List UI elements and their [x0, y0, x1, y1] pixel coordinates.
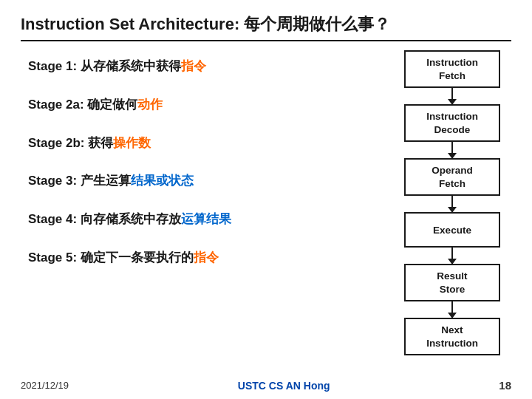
title-en: Instruction Set Architecture:: [21, 15, 244, 33]
stage-1-highlight: 指令: [181, 59, 206, 73]
footer-center: USTC CS AN Hong: [238, 380, 330, 392]
title-zh: 每个周期做什么事？: [244, 15, 390, 33]
stage-4-prefix: Stage 4:: [28, 212, 81, 226]
flow-diagram: InstructionFetch InstructionDecode Opera…: [393, 50, 511, 355]
flow-box-operand-fetch: OperandFetch: [404, 158, 500, 196]
stage-3-zh: 产生运算: [81, 174, 131, 188]
arrow-2: [451, 142, 453, 158]
flow-box-execute: Execute: [404, 212, 500, 248]
stage-2b-zh: 获得: [88, 136, 113, 150]
stage-3-prefix: Stage 3:: [28, 174, 81, 188]
stage-2b-highlight: 操作数: [113, 136, 151, 150]
slide: Instruction Set Architecture: 每个周期做什么事？ …: [0, 0, 532, 399]
stage-2b-text: Stage 2b: 获得操作数: [28, 134, 393, 152]
stage-5-prefix: Stage 5:: [28, 250, 81, 265]
stage-2b-prefix: Stage 2b:: [28, 136, 88, 150]
stage-5-text: Stage 5: 确定下一条要执行的指令: [28, 249, 393, 267]
flow-box-instruction-fetch: InstructionFetch: [404, 50, 500, 88]
footer-date: 2021/12/19: [21, 380, 69, 391]
stage-2a-zh: 确定做何: [87, 98, 137, 112]
stage-4-text: Stage 4: 向存储系统中存放运算结果: [28, 211, 393, 228]
stage-1-prefix: Stage 1:: [28, 59, 81, 73]
stage-4-zh: 向存储系统中存放: [81, 212, 181, 226]
stage-5-highlight: 指令: [194, 250, 219, 265]
arrow-5: [451, 301, 453, 318]
slide-title: Instruction Set Architecture: 每个周期做什么事？: [21, 13, 511, 41]
arrow-1: [451, 88, 453, 104]
stage-2a-highlight: 动作: [137, 98, 163, 112]
stage-1-text: Stage 1: 从存储系统中获得指令: [28, 58, 393, 75]
stage-2a-text: Stage 2a: 确定做何动作: [28, 96, 393, 114]
flow-box-result-store: ResultStore: [404, 264, 500, 301]
stage-4-highlight: 运算结果: [181, 212, 231, 226]
footer-page: 18: [499, 379, 511, 392]
stage-3-highlight: 结果或状态: [131, 174, 194, 188]
flow-box-next-instruction: NextInstruction: [404, 318, 500, 355]
stage-5-zh: 确定下一条要执行的: [81, 250, 194, 265]
stage-2a-prefix: Stage 2a:: [28, 98, 87, 112]
stage-3-text: Stage 3: 产生运算结果或状态: [28, 172, 393, 190]
footer: 2021/12/19 USTC CS AN Hong 18: [0, 379, 532, 392]
arrow-4: [451, 248, 453, 264]
flow-box-instruction-decode: InstructionDecode: [404, 104, 500, 142]
stage-1-zh: 从存储系统中获得: [81, 59, 181, 73]
stages-column: Stage 1: 从存储系统中获得指令 Stage 2a: 确定做何动作 Sta…: [21, 50, 393, 355]
arrow-3: [451, 196, 453, 212]
content-area: Stage 1: 从存储系统中获得指令 Stage 2a: 确定做何动作 Sta…: [21, 50, 511, 355]
